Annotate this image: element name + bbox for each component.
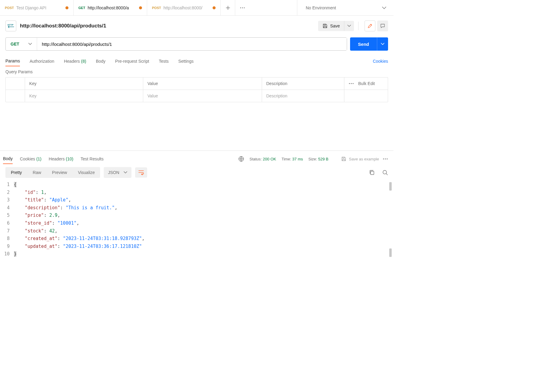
params-header-row: Key Value Description Bulk Edit: [6, 77, 388, 90]
tab-headers[interactable]: Headers (8): [64, 56, 86, 66]
chevron-down-icon: [28, 43, 32, 45]
tab-options-button[interactable]: [235, 0, 250, 16]
view-preview[interactable]: Preview: [47, 167, 73, 178]
more-horizontal-icon[interactable]: [383, 158, 388, 160]
size: Size: 529 B: [308, 157, 329, 161]
svg-point-4: [349, 83, 350, 84]
description-input[interactable]: Description: [262, 90, 344, 102]
url-input[interactable]: [37, 38, 347, 50]
save-example-label: Save as example: [349, 157, 379, 161]
tab-body[interactable]: Body: [96, 56, 106, 66]
tab-settings[interactable]: Settings: [178, 56, 194, 66]
key-input[interactable]: Key: [25, 90, 143, 102]
svg-text:HTTP: HTTP: [8, 24, 14, 26]
wrap-lines-button[interactable]: [135, 167, 147, 178]
send-label: Send: [358, 42, 369, 47]
svg-point-1: [242, 7, 243, 8]
chevron-down-icon: [382, 7, 386, 9]
environment-select[interactable]: No Environment: [297, 0, 393, 16]
chevron-down-icon: [124, 171, 127, 174]
svg-point-5: [351, 83, 352, 84]
view-mode-segment: Pretty Raw Preview Visualize: [5, 167, 100, 178]
svg-point-9: [385, 158, 386, 159]
save-label: Save: [330, 24, 340, 28]
save-dropdown[interactable]: [344, 21, 354, 31]
globe-icon[interactable]: [238, 156, 244, 162]
col-actions: Bulk Edit: [344, 77, 388, 90]
view-raw[interactable]: Raw: [27, 167, 47, 178]
comment-button[interactable]: [377, 21, 388, 31]
save-icon: [322, 23, 328, 29]
svg-point-2: [244, 7, 245, 8]
search-icon[interactable]: [382, 169, 388, 175]
scrollbar-thumb[interactable]: [389, 248, 392, 257]
svg-point-8: [383, 158, 384, 159]
params-input-row[interactable]: Key Value Description: [6, 90, 388, 102]
tab-title: http://localhost:8000/a: [88, 5, 137, 10]
request-tab[interactable]: POSTTest Django API: [0, 0, 74, 15]
url-box: GET: [5, 37, 347, 51]
copy-icon[interactable]: [369, 169, 375, 175]
resp-headers-label: Headers: [49, 156, 65, 161]
more-horizontal-icon[interactable]: [349, 83, 354, 84]
svg-point-10: [387, 158, 387, 159]
unsaved-indicator-icon: [139, 6, 142, 9]
code-content: { "id": 1, "title": "Apple", "descriptio…: [14, 181, 391, 258]
resp-tab-test-results[interactable]: Test Results: [81, 154, 103, 164]
value-input[interactable]: Value: [143, 90, 262, 102]
format-select[interactable]: JSON: [104, 167, 131, 178]
bulk-edit-link[interactable]: Bulk Edit: [358, 81, 375, 86]
method-select[interactable]: GET: [6, 38, 37, 50]
save-as-example-button[interactable]: Save as example: [341, 156, 379, 162]
format-label: JSON: [108, 170, 119, 175]
cookies-link[interactable]: Cookies: [373, 59, 388, 64]
pencil-icon: [367, 23, 373, 29]
url-row: GET Send: [0, 34, 393, 54]
tab-title: http://localhost:8000/: [163, 5, 210, 10]
line-gutter: 12345678910: [0, 181, 14, 258]
resp-cookies-label: Cookies: [20, 156, 35, 161]
resp-tab-body[interactable]: Body: [3, 154, 13, 164]
unsaved-indicator-icon: [65, 6, 68, 9]
new-tab-button[interactable]: [221, 0, 235, 16]
tab-method: POST: [5, 6, 14, 10]
edit-button[interactable]: [365, 21, 375, 31]
comment-icon: [380, 23, 385, 29]
resp-tab-cookies[interactable]: Cookies (1): [20, 154, 42, 164]
tab-prerequest[interactable]: Pre-request Script: [115, 56, 149, 66]
tab-params[interactable]: Params: [5, 56, 20, 66]
send-button[interactable]: Send: [350, 37, 377, 51]
tab-method: GET: [78, 6, 85, 10]
response-body[interactable]: 12345678910 { "id": 1, "title": "Apple",…: [0, 181, 393, 258]
response-tabs: Body Cookies (1) Headers (10) Test Resul…: [0, 151, 393, 164]
resp-headers-count: (10): [66, 156, 73, 161]
query-params-label: Query Params: [0, 66, 393, 77]
resp-cookies-count: (1): [36, 156, 41, 161]
request-tabs-bar: POSTTest Django APIGEThttp://localhost:8…: [0, 0, 393, 16]
view-pretty[interactable]: Pretty: [5, 167, 27, 178]
tab-tests[interactable]: Tests: [159, 56, 169, 66]
request-header: HTTP http://localhost:8000/api/products/…: [0, 16, 393, 34]
col-value: Value: [143, 77, 262, 90]
send-dropdown[interactable]: [377, 37, 388, 51]
tab-authorization[interactable]: Authorization: [30, 56, 54, 66]
time: Time: 37 ms: [282, 157, 303, 161]
request-tab[interactable]: POSThttp://localhost:8000/: [147, 0, 221, 15]
save-icon: [341, 156, 346, 162]
resp-tab-headers[interactable]: Headers (10): [49, 154, 74, 164]
unsaved-indicator-icon: [213, 6, 216, 9]
view-visualize[interactable]: Visualize: [72, 167, 100, 178]
col-description: Description: [262, 77, 344, 90]
request-tab[interactable]: GEThttp://localhost:8000/a: [74, 0, 147, 15]
tab-headers-count: (8): [81, 59, 86, 64]
save-button[interactable]: Save: [318, 21, 344, 31]
scrollbar-thumb[interactable]: [389, 182, 392, 191]
more-horizontal-icon: [240, 7, 245, 8]
tab-controls: [221, 0, 250, 15]
chevron-down-icon: [347, 25, 351, 27]
method-label: GET: [11, 42, 19, 46]
request-name[interactable]: http://localhost:8000/api/products/1: [20, 23, 318, 29]
response-view-controls: Pretty Raw Preview Visualize JSON: [0, 164, 393, 181]
svg-rect-11: [371, 171, 374, 175]
svg-point-6: [352, 83, 353, 84]
